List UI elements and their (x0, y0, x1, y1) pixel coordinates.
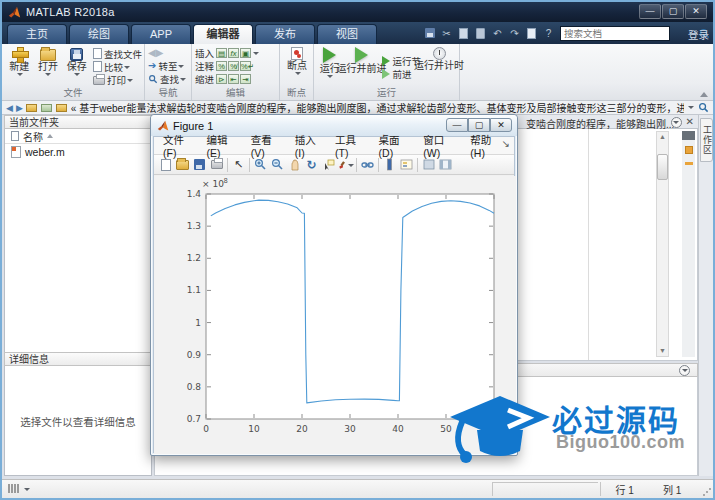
save-button[interactable]: 保存 (62, 47, 91, 87)
mfile-icon (11, 146, 21, 158)
menu-desktop[interactable]: 桌面(D) (374, 132, 419, 159)
comment-button[interactable]: 注释 % %̸ %↵ (195, 59, 277, 72)
path-dropdown-caret[interactable] (688, 106, 694, 109)
tab-view[interactable]: 视图 (317, 24, 377, 44)
new-figure-icon[interactable] (157, 157, 174, 173)
redo-icon[interactable]: ↷ (507, 26, 522, 40)
run-section-icon (382, 56, 390, 66)
group-label-run: 运行 (314, 85, 459, 99)
recent-folders-icon[interactable] (41, 104, 52, 112)
colorbar-icon[interactable] (381, 157, 398, 173)
statusbar-widget[interactable] (8, 484, 30, 493)
svg-text:10: 10 (248, 424, 260, 434)
zoom-in-icon[interactable] (252, 157, 269, 173)
menu-window[interactable]: 窗口(W) (418, 132, 465, 159)
svg-text:1.2: 1.2 (187, 253, 201, 263)
copy-icon[interactable] (456, 26, 471, 40)
menu-insert[interactable]: 插入(I) (290, 132, 330, 159)
warning-line-marker[interactable] (685, 162, 693, 165)
indent-button[interactable]: 缩进 ⊳ ⇤ ⇥ (195, 72, 277, 85)
help-icon[interactable]: ? (541, 26, 556, 40)
editor-divider (588, 129, 589, 360)
tab-editor[interactable]: 编辑器 (193, 24, 253, 44)
maximize-button[interactable]: ▢ (662, 4, 684, 19)
name-column-header[interactable]: 名称 (5, 129, 151, 144)
editor-close-icon[interactable]: ✕ (686, 117, 694, 127)
goto-button[interactable]: ➔ 转至 (148, 59, 189, 72)
link-plot-icon[interactable] (359, 157, 376, 173)
cut-icon[interactable]: ✂ (439, 26, 454, 40)
data-cursor-icon[interactable] (320, 157, 337, 173)
menu-edit[interactable]: 编辑(E) (202, 132, 246, 159)
ribbon-group-file: 新建 打开 保存 查找文件 比较 (2, 44, 145, 100)
address-search-icon[interactable] (698, 102, 709, 113)
message-summary-box[interactable] (682, 131, 695, 140)
insert-button[interactable]: 插入 ▤ fx ▣ (195, 46, 277, 59)
ribbon-group-breakpoints: 断点 断点 (280, 44, 314, 100)
menu-tools[interactable]: 工具(T) (330, 132, 374, 159)
find-files-button[interactable]: 查找文件 (93, 47, 142, 60)
scroll-up-icon[interactable]: ▲ (657, 132, 668, 142)
figure-maximize-button[interactable]: ▢ (468, 118, 490, 132)
forward-icon[interactable]: ▶ (16, 103, 23, 113)
undo-icon[interactable]: ↶ (490, 26, 505, 40)
pan-hand-icon[interactable] (286, 157, 303, 173)
editor-scrollbar[interactable]: ▲ ▼ (656, 131, 669, 357)
run-and-time-button[interactable]: 运行并计时 (421, 47, 457, 87)
legend-icon[interactable] (398, 157, 415, 173)
paste-icon[interactable] (473, 26, 488, 40)
up-folder-icon[interactable] (26, 104, 37, 112)
current-folder-header[interactable]: 当前文件夹 (4, 115, 152, 129)
figure-minimize-button[interactable]: — (446, 118, 468, 132)
window-icon[interactable] (524, 26, 539, 40)
show-plot-tools-icon[interactable] (437, 157, 454, 173)
insert-figure-icon: ▣ (240, 48, 251, 58)
file-row-weber[interactable]: weber.m (5, 144, 151, 159)
editor-actions-circle-icon[interactable] (671, 117, 682, 128)
zoom-out-icon[interactable] (269, 157, 286, 173)
nav-history-arrows[interactable]: ◀ ▶ (148, 46, 189, 59)
command-window-actions-circle-icon[interactable] (679, 365, 690, 376)
print-icon[interactable] (208, 157, 225, 173)
run-and-advance-icon (355, 47, 368, 63)
close-button[interactable]: ✕ (685, 4, 707, 19)
menu-file[interactable]: 文件(F) (158, 132, 202, 159)
run-and-advance-button[interactable]: 运行并前进 (342, 47, 380, 87)
sort-ascending-icon (47, 134, 53, 138)
open-button[interactable]: 打开 (34, 47, 63, 87)
tab-home[interactable]: 主页 (7, 24, 67, 44)
hide-plot-tools-icon[interactable] (420, 157, 437, 173)
current-folder-panel: 当前文件夹 名称 weber.m 详细信息 选择文件以查看详细信息 (4, 115, 152, 476)
tab-publish[interactable]: 发布 (255, 24, 315, 44)
dock-figure-icon[interactable]: ↘ (502, 138, 510, 149)
find-button[interactable]: 插入 查找 (148, 72, 189, 85)
resize-grip[interactable] (702, 487, 711, 496)
folder-icon (56, 104, 67, 112)
sign-in-link[interactable]: 登录 (688, 27, 709, 42)
workspace-dock-tab[interactable]: 工作区 (700, 118, 713, 162)
insert-function-icon: fx (228, 48, 239, 58)
compare-button[interactable]: 比较 (93, 60, 142, 73)
details-header[interactable]: 详细信息 (4, 352, 152, 366)
doc-search-input[interactable] (561, 28, 699, 40)
breadcrumb[interactable]: « 基于weber能量法求解齿轮时变啮合刚度的程序，能够跑出刚度图，通过求解轮齿… (71, 100, 684, 115)
breakpoints-button[interactable]: 断点 (283, 47, 311, 87)
rotate3d-icon[interactable]: ↻ (303, 157, 320, 173)
column-indicator: 列 1 (663, 482, 681, 497)
tab-apps[interactable]: APP (131, 24, 191, 44)
figure-close-button[interactable]: ✕ (490, 118, 512, 132)
new-button[interactable]: 新建 (5, 47, 34, 87)
ribbon-collapse-icon[interactable] (700, 92, 708, 97)
save-icon[interactable] (191, 157, 208, 173)
menu-view[interactable]: 查看(V) (246, 132, 290, 159)
warning-marker[interactable] (685, 146, 693, 154)
tab-plots[interactable]: 绘图 (69, 24, 129, 44)
edit-cursor-icon[interactable]: ↖ (230, 157, 247, 173)
back-icon[interactable]: ◀ (6, 103, 13, 113)
brush-icon[interactable] (337, 157, 354, 173)
scroll-down-icon[interactable]: ▼ (657, 346, 668, 356)
scrollbar-thumb[interactable] (657, 154, 668, 180)
save-icon[interactable] (422, 26, 437, 40)
open-icon[interactable] (174, 157, 191, 173)
minimize-button[interactable]: — (639, 4, 661, 19)
